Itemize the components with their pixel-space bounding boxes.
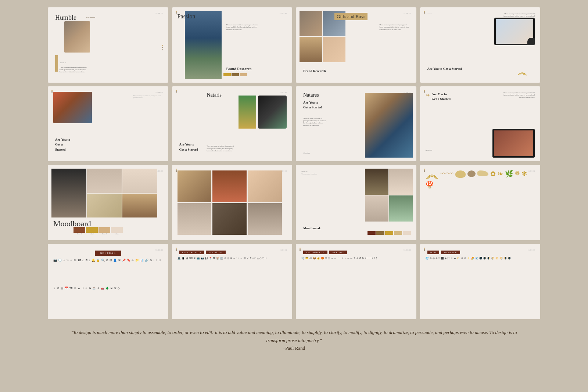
dot-3 bbox=[176, 250, 177, 251]
misc-icon-9: △ bbox=[257, 257, 259, 314]
slide-electronics-location: SLIDE 14 ELECTRONICS LOCATION 💻 📱 🖨 ⌨ 🖥 … bbox=[172, 244, 293, 319]
hand-subtitle: Are You to Get a Started bbox=[303, 100, 322, 110]
dot-2 bbox=[162, 47, 163, 48]
ecom-icon-7: ⊞ bbox=[325, 257, 327, 314]
general-label: GENERAL bbox=[95, 251, 121, 256]
web-weather-icons: 🌐 ⊕ ◎ ⊗ □ ⬛ ◈ ⬚ ☀ ☁ ⛅ 🌧 ❄ ⚡ 🌈 🌊 🌑 🌒 🌓 bbox=[426, 257, 535, 314]
loc-icon-2: 🗺 bbox=[213, 257, 215, 314]
moodboard-photo-5 bbox=[122, 194, 157, 217]
wthr-icon-1: ☀ bbox=[451, 257, 453, 314]
icon-flower: ❀ bbox=[110, 287, 113, 313]
slide-deco-icons: SLIDE 12 〰〰 ✿ ❧ bbox=[420, 165, 541, 240]
feather-title: Are You to Get a Started bbox=[432, 92, 451, 102]
elec-icon-6: 📺 bbox=[197, 257, 200, 314]
arr-icon-12: ↻ bbox=[362, 257, 364, 314]
arr-icon-5: ↗ bbox=[341, 257, 344, 314]
icon-plane: ✈ bbox=[97, 287, 100, 313]
moodboard2-colors bbox=[368, 231, 411, 235]
quote-section: "To design is much more than simply to a… bbox=[48, 319, 540, 357]
photo-1 bbox=[300, 11, 322, 36]
body-text-5: There are many variations of passages of… bbox=[133, 92, 163, 99]
icon-search: 🔍 bbox=[101, 259, 105, 285]
elec-icon-4: ⌨ bbox=[189, 257, 193, 314]
moon-4: 🌔 bbox=[491, 257, 495, 314]
moon-5: 🌕 bbox=[495, 257, 499, 314]
swatch-3-wrap: Colour 3 bbox=[98, 227, 110, 235]
icon-flag: ⚑ bbox=[85, 259, 88, 285]
body-text-11: There are many variations bbox=[301, 173, 317, 175]
mb2-photo-1 bbox=[365, 169, 388, 195]
dot-3 bbox=[176, 171, 177, 172]
dot-1 bbox=[162, 45, 163, 46]
elec-icon-8: 🎧 bbox=[205, 257, 208, 314]
moon-3: 🌓 bbox=[487, 257, 491, 314]
moon-7: 🌗 bbox=[503, 257, 507, 314]
rainbow-deco bbox=[517, 69, 527, 76]
swatch-3-label: Colour 3 bbox=[98, 233, 110, 235]
collage-photo-2 bbox=[212, 170, 247, 202]
collage-photo-5 bbox=[212, 203, 247, 235]
photo-3 bbox=[300, 37, 322, 62]
collage-grid bbox=[178, 170, 282, 235]
icon-phone: ☎ bbox=[78, 259, 81, 285]
swatch-2-label: Colour 2 bbox=[86, 233, 98, 235]
slide-nataris-hand: SLIDE 07 Natares Are You to Get a Starte… bbox=[296, 86, 416, 162]
watch-title: Are You to Get a Started bbox=[55, 137, 70, 152]
icon-bell: 🔔 bbox=[92, 259, 95, 285]
mb2-photo-3 bbox=[365, 195, 388, 222]
moon-2: 🌒 bbox=[483, 257, 487, 314]
ecom-icon-4: 📦 bbox=[313, 257, 316, 314]
wave-decoration: 〰〰 bbox=[86, 15, 95, 21]
phones-photo bbox=[258, 96, 287, 129]
icon-mail: ✉ bbox=[74, 259, 76, 285]
photo-4 bbox=[323, 37, 346, 62]
arr-icon-16: ⤵ bbox=[376, 257, 377, 314]
icon-lock: 🔒 bbox=[96, 259, 100, 285]
moodboard-photos bbox=[51, 169, 157, 217]
general-icons-grid: 📷 🕐 ☆ ♡ ✓ ✉ ☎ ⌂ ⚑ ♪ 🔔 🔒 🔍 ⚙ ⊞ 👤 👁 📌 🔖 ✏ bbox=[53, 259, 163, 314]
mb2-photo-4 bbox=[389, 195, 413, 222]
moodboard-photo-3 bbox=[122, 169, 157, 193]
elec-icon-7: 📷 bbox=[201, 257, 204, 314]
flower-icon-2: ❁ bbox=[515, 170, 520, 180]
moon-8: 🌘 bbox=[508, 257, 511, 314]
mushroom-icon: 🍄 bbox=[426, 181, 434, 188]
icon-calendar: 📅 bbox=[65, 287, 68, 313]
ecom-icon-3: 🏷 bbox=[309, 257, 312, 314]
elec-icon-3: 🖨 bbox=[186, 257, 188, 314]
icon-star: ☆ bbox=[63, 259, 65, 285]
web-icon-6: ⬛ bbox=[441, 257, 444, 314]
icon-link: 🔗 bbox=[145, 259, 148, 285]
elec-icon-2: 📱 bbox=[182, 257, 185, 314]
icon-map: 🗺 bbox=[69, 287, 72, 313]
wthr-icon-2: ☁ bbox=[453, 257, 456, 314]
electronics-label: ELECTRONICS bbox=[179, 251, 204, 254]
quote-text: "To design is much more than simply to a… bbox=[70, 328, 518, 345]
mb2-color-1 bbox=[368, 231, 376, 235]
slide-collage: SLIDE 10 bbox=[172, 165, 293, 240]
swatch-4-label: Colour 4 bbox=[111, 233, 123, 235]
icon-crown: ♛ bbox=[114, 287, 116, 313]
quote-author: –Paul Rand bbox=[70, 345, 518, 351]
icon-moon: ☽ bbox=[81, 287, 84, 313]
tablet-inner bbox=[494, 130, 533, 156]
moon-6: 🌖 bbox=[499, 257, 503, 314]
photo-portrait bbox=[64, 21, 90, 53]
ecom-icon-8: ◎ bbox=[328, 257, 330, 314]
web-icon-2: ⊕ bbox=[430, 257, 432, 314]
web-icon-3: ◎ bbox=[433, 257, 435, 314]
swatch-1-label: Colour 1 bbox=[74, 233, 85, 235]
wthr-icon-5: ❄ bbox=[464, 257, 466, 314]
collage-photo-1 bbox=[178, 170, 212, 202]
passion-body: There are many variations of passages of… bbox=[226, 24, 261, 31]
watch-photo bbox=[53, 92, 92, 123]
elec-icon-1: 💻 bbox=[178, 257, 181, 314]
icon-gift: ☘ bbox=[89, 287, 91, 313]
dot-3 bbox=[424, 13, 425, 14]
arr-icon-8: ⇐ bbox=[350, 257, 352, 314]
icon-check: ✓ bbox=[70, 259, 73, 285]
icon-car: 🚗 bbox=[101, 287, 104, 313]
started-title: Are You to Get a Started bbox=[427, 66, 462, 72]
about-label-8: About us bbox=[426, 149, 432, 151]
slide-ecommerce-arrows: SLIDE 15 E-COMMERCE ARROWS 🛒 💳 🏷 📦 💰 🎁 ⊞… bbox=[296, 244, 416, 319]
